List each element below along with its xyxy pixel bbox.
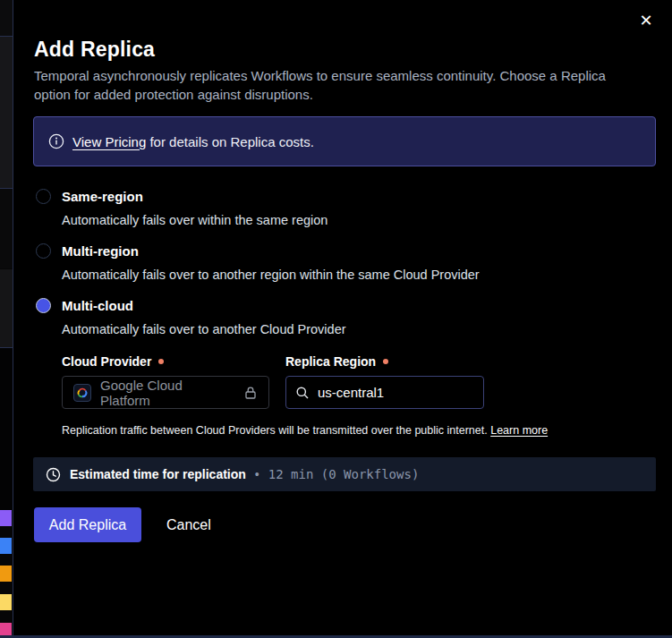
lock-icon [243, 386, 258, 400]
bg-color-block-blue [0, 538, 12, 554]
radio-multi-cloud[interactable] [36, 298, 51, 313]
cancel-button[interactable]: Cancel [166, 517, 211, 533]
radio-same-region[interactable] [36, 189, 51, 204]
info-circle-icon [48, 133, 64, 149]
cloud-provider-label: Cloud Provider [62, 354, 164, 369]
bg-color-block-yellow [0, 594, 12, 610]
radio-row-same-region[interactable]: Same-region [36, 189, 644, 204]
search-icon [295, 386, 310, 400]
public-internet-note: Replication traffic between Cloud Provid… [62, 424, 634, 437]
estimate-value: 12 min (0 Workflows) [268, 467, 420, 481]
bg-segment [0, 189, 13, 268]
estimate-banner: Estimated time for replication • 12 min … [33, 457, 656, 491]
close-icon[interactable]: ✕ [634, 9, 658, 32]
bg-segment [0, 348, 13, 510]
replica-region-label-text: Replica Region [285, 354, 376, 369]
bg-segment [0, 0, 13, 36]
bg-color-block-purple [0, 510, 12, 526]
pricing-banner-rest: for details on Replica costs. [146, 134, 314, 149]
option-multi-region: Multi-region Automatically fails over to… [36, 243, 644, 282]
cloud-provider-label-text: Cloud Provider [62, 354, 151, 369]
option-description: Automatically fails over to another regi… [62, 268, 644, 282]
clock-icon [46, 467, 61, 482]
option-label: Multi-cloud [62, 298, 133, 313]
pricing-info-banner: View Pricing for details on Replica cost… [33, 116, 656, 166]
page-title: Add Replica [34, 38, 155, 62]
required-dot [383, 359, 388, 364]
gcp-logo-icon [73, 384, 91, 402]
radio-row-multi-cloud[interactable]: Multi-cloud [36, 298, 644, 313]
option-label: Same-region [62, 189, 143, 204]
bg-divider [0, 188, 13, 189]
required-dot [158, 359, 164, 364]
radio-row-multi-region[interactable]: Multi-region [36, 243, 644, 259]
option-description: Automatically fails over within the same… [62, 213, 644, 227]
view-pricing-link[interactable]: View Pricing [72, 134, 146, 149]
note-text: Replication traffic between Cloud Provid… [62, 424, 490, 437]
radio-multi-region[interactable] [36, 243, 51, 259]
option-description: Automatically fails over to another Clou… [62, 322, 644, 336]
option-multi-cloud: Multi-cloud Automatically fails over to … [36, 298, 644, 336]
screen: ✕ Add Replica Temporal asynchronously re… [0, 0, 672, 638]
bg-color-block-orange [0, 566, 12, 582]
modal-actions: Add Replica Cancel [34, 507, 211, 542]
modal-description: Temporal asynchronously replicates Workf… [34, 66, 635, 104]
add-replica-modal: ✕ Add Replica Temporal asynchronously re… [13, 0, 672, 638]
option-same-region: Same-region Automatically fails over wit… [36, 189, 644, 227]
estimate-label: Estimated time for replication [70, 467, 246, 481]
add-replica-button[interactable]: Add Replica [34, 507, 141, 542]
background-page-sliver [0, 0, 13, 638]
replica-region-label: Replica Region [285, 354, 388, 369]
replica-region-field[interactable] [285, 376, 484, 409]
bg-segment [0, 37, 13, 188]
option-label: Multi-region [62, 243, 139, 259]
estimate-separator: • [255, 467, 259, 481]
bg-divider [0, 347, 13, 348]
bg-divider [0, 36, 13, 37]
cloud-provider-field: Google Cloud Platform [62, 376, 269, 409]
cloud-provider-value: Google Cloud Platform [100, 378, 234, 408]
learn-more-link[interactable]: Learn more [490, 424, 548, 437]
replica-region-input[interactable] [318, 385, 461, 400]
pricing-banner-text: View Pricing for details on Replica cost… [72, 134, 314, 149]
bg-segment [0, 269, 13, 347]
